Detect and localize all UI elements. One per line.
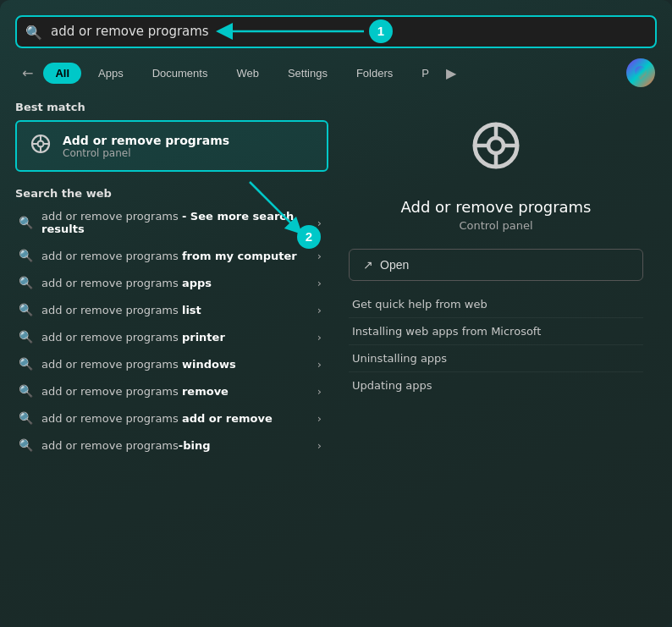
chevron-icon: › — [317, 250, 322, 262]
search-item-remove[interactable]: 🔍 add or remove programs remove › — [15, 377, 328, 404]
search-item-text: add or remove programs from my computer — [41, 250, 309, 262]
best-match-texts: Add or remove programs Control panel — [63, 134, 229, 159]
search-item-from-computer[interactable]: 🔍 add or remove programs from my compute… — [15, 242, 328, 269]
search-item-text: add or remove programs windows — [41, 358, 309, 371]
chevron-icon: › — [317, 385, 322, 398]
quick-link-uninstalling[interactable]: Uninstalling apps — [349, 345, 643, 372]
quick-link-installing[interactable]: Installing web apps from Microsoft — [349, 318, 643, 345]
search-item-text: add or remove programs remove — [41, 385, 309, 398]
chevron-icon: › — [317, 358, 322, 371]
search-item-bing[interactable]: 🔍 add or remove programs-bing › — [15, 432, 328, 459]
search-query-text: add or remove programs — [51, 25, 209, 38]
search-item-icon: 🔍 — [19, 330, 33, 344]
search-item-icon: 🔍 — [19, 411, 33, 425]
search-item-list[interactable]: 🔍 add or remove programs list › — [15, 296, 328, 323]
search-item-icon: 🔍 — [19, 384, 33, 398]
control-panel-icon — [29, 132, 52, 160]
tab-all[interactable]: All — [43, 63, 81, 84]
quick-link-web-help[interactable]: Get quick help from web — [349, 291, 643, 318]
back-button[interactable]: ← — [17, 62, 38, 85]
search-item-add-or-remove[interactable]: 🔍 add or remove programs add or remove › — [15, 404, 328, 432]
search-item-icon: 🔍 — [19, 438, 33, 452]
open-label: Open — [380, 258, 409, 272]
left-panel: Best match Add or remove programs Contro… — [15, 101, 328, 459]
main-content: Best match Add or remove programs Contro… — [15, 101, 657, 459]
search-bar[interactable]: add or remove programs — [15, 15, 657, 48]
search-item-printer[interactable]: 🔍 add or remove programs printer › — [15, 323, 328, 350]
search-item-apps[interactable]: 🔍 add or remove programs apps › — [15, 269, 328, 296]
best-match-title: Add or remove programs — [63, 134, 229, 147]
detail-settings-icon — [466, 116, 526, 188]
best-match-item[interactable]: Add or remove programs Control panel — [15, 120, 328, 172]
search-item-text: add or remove programs add or remove — [41, 412, 309, 425]
detail-subtitle: Control panel — [459, 219, 532, 232]
tab-documents[interactable]: Documents — [140, 63, 220, 84]
chevron-icon: › — [317, 439, 322, 452]
copilot-icon[interactable] — [626, 58, 655, 87]
search-window: 🔍 add or remove programs ← All Apps Docu… — [0, 0, 672, 627]
search-item-icon: 🔍 — [19, 276, 33, 289]
more-tabs-icon[interactable]: ▶ — [446, 65, 456, 81]
open-icon: ↗ — [363, 258, 373, 272]
search-item-text: add or remove programs apps — [41, 277, 309, 289]
svg-point-1 — [38, 141, 44, 147]
tab-web[interactable]: Web — [224, 63, 271, 84]
search-item-icon: 🔍 — [19, 303, 33, 316]
svg-point-7 — [488, 138, 504, 153]
open-button[interactable]: ↗ Open — [349, 249, 643, 281]
search-item-icon: 🔍 — [19, 216, 33, 229]
detail-title: Add or remove programs — [401, 198, 592, 216]
chevron-icon: › — [317, 304, 322, 316]
filter-tabs: ← All Apps Documents Web Settings Folder… — [15, 58, 657, 87]
tab-settings[interactable]: Settings — [276, 63, 339, 84]
tab-p[interactable]: P — [410, 63, 441, 84]
search-item-icon: 🔍 — [19, 357, 33, 371]
chevron-icon: › — [317, 217, 322, 229]
quick-link-updating[interactable]: Updating apps — [349, 372, 643, 399]
tab-apps[interactable]: Apps — [86, 63, 135, 84]
search-icon: 🔍 — [25, 24, 42, 40]
best-match-label: Best match — [15, 101, 328, 113]
search-item-text: add or remove programs printer — [41, 331, 309, 344]
search-item-windows[interactable]: 🔍 add or remove programs windows › — [15, 350, 328, 377]
tab-folders[interactable]: Folders — [344, 63, 405, 84]
right-panel: Add or remove programs Control panel ↗ O… — [328, 101, 657, 459]
search-item-text: add or remove programs - See more search… — [41, 210, 309, 235]
quick-links: Get quick help from web Installing web a… — [349, 291, 643, 399]
chevron-icon: › — [317, 331, 322, 344]
search-item-see-more[interactable]: 🔍 add or remove programs - See more sear… — [15, 203, 328, 242]
search-item-text: add or remove programs list — [41, 304, 309, 316]
search-web-label: Search the web — [15, 187, 328, 200]
search-bar-wrapper: 🔍 add or remove programs — [15, 15, 657, 48]
best-match-subtitle: Control panel — [63, 147, 229, 159]
search-item-icon: 🔍 — [19, 249, 33, 262]
chevron-icon: › — [317, 412, 322, 425]
search-item-text: add or remove programs-bing — [41, 439, 309, 452]
chevron-icon: › — [317, 277, 322, 289]
